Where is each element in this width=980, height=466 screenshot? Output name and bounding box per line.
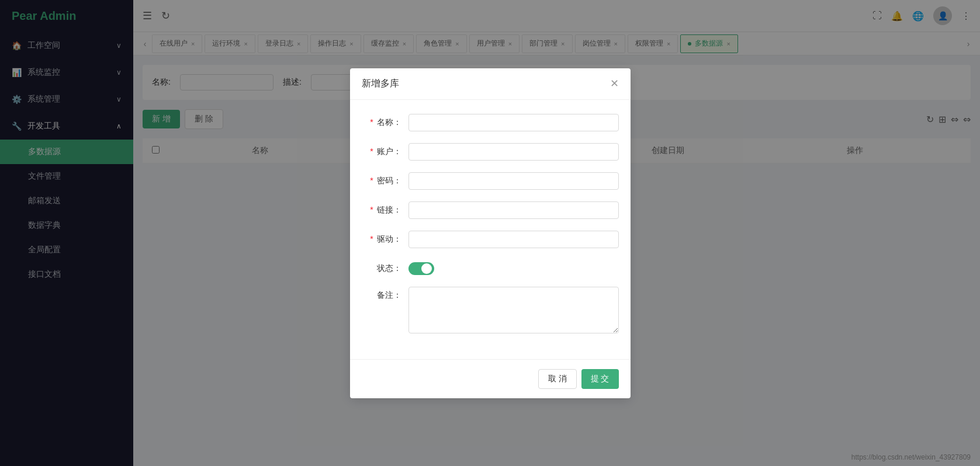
submit-button[interactable]: 提 交 xyxy=(581,369,619,389)
cancel-button[interactable]: 取 消 xyxy=(538,369,577,389)
required-mark: * xyxy=(370,205,373,214)
toggle-slider xyxy=(408,262,434,275)
form-row-status: 状态： xyxy=(362,260,619,275)
form-label-account: * 账户： xyxy=(362,143,408,157)
modal-header: 新增多库 ✕ xyxy=(350,68,631,100)
form-row-driver: * 驱动： xyxy=(362,231,619,248)
modal-title: 新增多库 xyxy=(362,78,399,90)
form-row-password: * 密码： xyxy=(362,172,619,190)
input-driver[interactable] xyxy=(408,231,619,248)
form-label-driver: * 驱动： xyxy=(362,231,408,245)
required-mark: * xyxy=(370,176,373,185)
form-row-remark: 备注： xyxy=(362,287,619,333)
modal-overlay[interactable]: 新增多库 ✕ * 名称： * 账户： xyxy=(0,0,980,466)
input-account[interactable] xyxy=(408,143,619,161)
required-mark: * xyxy=(370,117,373,127)
input-password[interactable] xyxy=(408,172,619,190)
form-row-account: * 账户： xyxy=(362,143,619,161)
form-row-name: * 名称： xyxy=(362,114,619,131)
status-toggle-wrap xyxy=(408,260,434,275)
modal-dialog: 新增多库 ✕ * 名称： * 账户： xyxy=(350,68,631,398)
status-toggle[interactable] xyxy=(408,262,434,275)
form-label-remark: 备注： xyxy=(362,287,408,301)
form-label-name: * 名称： xyxy=(362,114,408,128)
form-row-link: * 链接： xyxy=(362,201,619,219)
required-mark: * xyxy=(370,147,373,156)
modal-body: * 名称： * 账户： * 密码： xyxy=(350,100,631,359)
form-label-status: 状态： xyxy=(362,260,408,274)
input-link[interactable] xyxy=(408,201,619,219)
input-name[interactable] xyxy=(408,114,619,131)
required-mark: * xyxy=(370,234,373,244)
modal-footer: 取 消 提 交 xyxy=(350,359,631,398)
modal-close-button[interactable]: ✕ xyxy=(610,78,619,89)
form-label-password: * 密码： xyxy=(362,172,408,186)
form-label-link: * 链接： xyxy=(362,201,408,215)
input-remark[interactable] xyxy=(408,287,619,333)
